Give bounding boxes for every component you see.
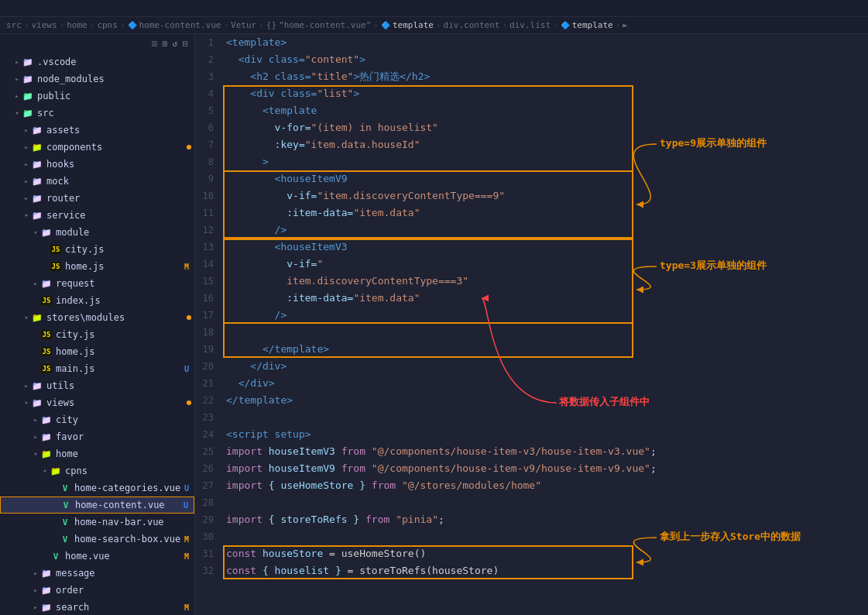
sidebar-item-home-js[interactable]: JShome.jsM xyxy=(0,258,194,275)
line-content: </template> xyxy=(223,392,868,409)
line-content: import { useHomeStore } from "@/stores/m… xyxy=(223,477,868,494)
tree-item-label: hooks xyxy=(46,159,191,170)
title-bar xyxy=(0,0,868,17)
code-lines: 1<template>2 <div class="content">3 <h2 … xyxy=(195,34,868,579)
collapse-icon[interactable]: ⊟ xyxy=(183,39,188,49)
tree-item-label: home-categories.vue xyxy=(74,483,182,493)
js-icon: JS xyxy=(40,345,53,358)
tree-arrow xyxy=(31,364,40,373)
code-line-21: 21 </div> xyxy=(195,375,868,392)
line-number: 6 xyxy=(195,119,223,136)
line-number: 11 xyxy=(195,204,223,222)
file-tree[interactable]: 📁.vscode📁node_modules📁public📁src📁assets📁… xyxy=(0,53,194,615)
sidebar-item-router[interactable]: 📁router xyxy=(0,190,194,207)
sidebar-item-service[interactable]: 📁service xyxy=(0,207,194,224)
tree-item-label: message xyxy=(56,568,191,579)
tree-item-label: src xyxy=(37,108,191,119)
tree-arrow xyxy=(22,125,31,135)
sidebar-item-mock[interactable]: 📁mock xyxy=(0,173,194,190)
tree-arrow xyxy=(50,500,60,510)
sidebar-item-assets[interactable]: 📁assets xyxy=(0,122,194,139)
sidebar-item-components[interactable]: 📁components xyxy=(0,139,194,156)
sidebar-item-src[interactable]: 📁src xyxy=(0,105,194,122)
line-number: 20 xyxy=(195,358,223,375)
sidebar-item-hooks[interactable]: 📁hooks xyxy=(0,156,194,173)
tree-item-label: home-nav-bar.vue xyxy=(74,517,191,527)
sidebar-item-home-content[interactable]: Vhome-content.vueU xyxy=(0,496,194,514)
sidebar-item-node_modules[interactable]: 📁node_modules xyxy=(0,70,194,88)
sidebar-item-home-vue[interactable]: Vhome.vueM xyxy=(0,548,194,565)
line-content: item.discoveryContentType===3" xyxy=(223,273,868,290)
line-number: 14 xyxy=(195,256,223,273)
sidebar[interactable]: ⊡ ⊞ ↺ ⊟ 📁.vscode📁node_modules📁public📁src… xyxy=(0,34,195,615)
new-file-icon[interactable]: ⊡ xyxy=(153,39,158,49)
code-line-10: 10 v-if="item.discoveryContentType===9" xyxy=(195,187,868,204)
sidebar-item-request[interactable]: 📁request xyxy=(0,275,194,292)
sidebar-item-favor[interactable]: 📁favor xyxy=(0,428,194,445)
line-number: 1 xyxy=(195,34,223,51)
tree-item-label: main.js xyxy=(56,363,182,374)
line-number: 27 xyxy=(195,477,223,494)
line-content: :item-data="item.data" xyxy=(223,290,868,307)
tree-arrow xyxy=(31,279,40,288)
sidebar-item-stores-modules[interactable]: 📁stores\modules xyxy=(0,309,194,326)
sidebar-item-utils[interactable]: 📁utils xyxy=(0,377,194,394)
new-folder-icon[interactable]: ⊞ xyxy=(163,39,168,49)
sidebar-item-search[interactable]: 📁searchM xyxy=(0,599,194,615)
code-line-8: 8 > xyxy=(195,153,868,170)
code-line-24: 24<script setup> xyxy=(195,426,868,443)
line-content xyxy=(223,528,868,545)
line-number: 18 xyxy=(195,324,223,341)
code-line-14: 14 v-if=" xyxy=(195,256,868,273)
tree-item-label: home.js xyxy=(65,261,182,272)
line-content: > xyxy=(223,153,868,170)
line-content: v-if="item.discoveryContentType===9" xyxy=(223,187,868,204)
tree-arrow xyxy=(12,57,22,67)
tree-item-label: request xyxy=(56,278,191,289)
line-number: 28 xyxy=(195,494,223,511)
sidebar-item-home[interactable]: 📁home xyxy=(0,445,194,462)
line-number: 15 xyxy=(195,273,223,290)
line-number: 30 xyxy=(195,528,223,545)
line-content: <h2 class="title">热门精选</h2> xyxy=(223,68,868,85)
sidebar-item-home-categories[interactable]: Vhome-categories.vueU xyxy=(0,479,194,496)
code-container[interactable]: 1<template>2 <div class="content">3 <h2 … xyxy=(195,34,868,615)
sidebar-item-public[interactable]: 📁public xyxy=(0,88,194,105)
code-line-1: 1<template> xyxy=(195,34,868,51)
tree-item-label: home-content.vue xyxy=(75,500,181,510)
line-content: v-for="(item) in houselist" xyxy=(223,119,868,136)
line-content: <template> xyxy=(223,34,868,51)
line-content: <template xyxy=(223,102,868,119)
refresh-icon[interactable]: ↺ xyxy=(173,39,178,49)
tree-item-label: stores\modules xyxy=(46,312,187,323)
line-number: 17 xyxy=(195,307,223,324)
line-number: 7 xyxy=(195,136,223,153)
modified-dot xyxy=(187,400,191,405)
sidebar-item-stores-home-js[interactable]: JShome.js xyxy=(0,343,194,360)
modified-badge: M xyxy=(182,263,191,271)
vue-icon: V xyxy=(50,550,62,562)
sidebar-item-home-nav-bar[interactable]: Vhome-nav-bar.vue xyxy=(0,514,194,531)
sidebar-icons[interactable]: ⊡ ⊞ ↺ ⊟ xyxy=(153,39,189,49)
line-content xyxy=(223,494,868,511)
sidebar-item-cpns[interactable]: 📁cpns xyxy=(0,462,194,479)
folder-blue-icon: 📁 xyxy=(40,226,53,239)
sidebar-item-module[interactable]: 📁module xyxy=(0,224,194,241)
sidebar-item-order[interactable]: 📁order xyxy=(0,582,194,599)
tree-arrow xyxy=(22,177,31,186)
sidebar-item-vscode[interactable]: 📁.vscode xyxy=(0,53,194,70)
sidebar-item-city[interactable]: 📁city xyxy=(0,411,194,428)
sidebar-item-city-js[interactable]: JScity.js xyxy=(0,241,194,258)
sidebar-item-home-search-box[interactable]: Vhome-search-box.vueM xyxy=(0,531,194,548)
tree-item-label: public xyxy=(37,91,191,101)
sidebar-item-stores-city-js[interactable]: JScity.js xyxy=(0,326,194,343)
line-content: </div> xyxy=(223,375,868,392)
sidebar-item-message[interactable]: 📁message xyxy=(0,565,194,582)
tree-arrow xyxy=(40,551,50,561)
sidebar-item-stores-main-js[interactable]: JSmain.jsU xyxy=(0,360,194,377)
line-number: 29 xyxy=(195,511,223,528)
tree-item-label: city xyxy=(56,414,191,425)
sidebar-item-index-js[interactable]: JSindex.js xyxy=(0,292,194,309)
tree-item-label: mock xyxy=(46,176,191,187)
sidebar-item-views[interactable]: 📁views xyxy=(0,394,194,411)
